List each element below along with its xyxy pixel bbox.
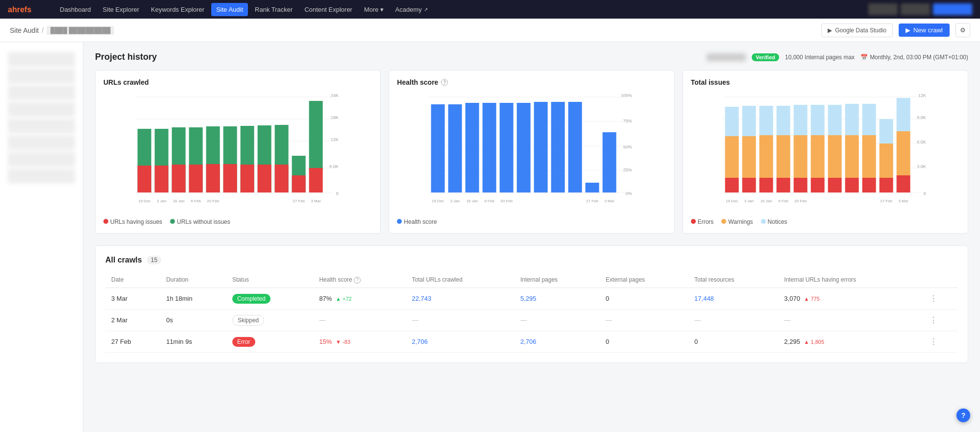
- svg-rect-24: [241, 165, 254, 192]
- svg-text:27 Feb: 27 Feb: [293, 199, 305, 203]
- svg-rect-16: [172, 165, 186, 192]
- breadcrumb-separator: /: [42, 26, 44, 34]
- row2-health-dash: —: [319, 316, 325, 324]
- svg-rect-94: [810, 135, 824, 178]
- legend-issues: URLs having issues: [103, 218, 162, 225]
- main-content: Project history Verified 10,000 Internal…: [0, 42, 980, 432]
- row2-more-button[interactable]: ⋮: [930, 316, 937, 324]
- nav-academy[interactable]: Academy ↗: [391, 3, 433, 16]
- svg-rect-30: [292, 175, 306, 192]
- svg-text:19 Dec: 19 Dec: [138, 199, 150, 203]
- urls-crawled-svg: 24K 18K 12K 6.0K 0: [103, 92, 372, 205]
- svg-text:6 Feb: 6 Feb: [778, 199, 788, 203]
- svg-rect-78: [725, 107, 738, 136]
- urls-crawled-chart-card: URLs crawled 24K 18K 12K 6.0K 0: [95, 70, 381, 234]
- nav-keywords-explorer[interactable]: Keywords Explorer: [146, 3, 209, 16]
- row1-errors-delta: ▲ 775: [804, 296, 820, 302]
- urls-crawled-chart-area: 24K 18K 12K 6.0K 0: [103, 92, 372, 215]
- row1-resources-link[interactable]: 17,448: [694, 295, 714, 302]
- row1-actions: ⋮: [924, 288, 958, 309]
- svg-rect-79: [725, 136, 738, 178]
- settings-button[interactable]: ⚙: [956, 23, 970, 37]
- all-crawls-count: 15: [147, 256, 161, 264]
- row3-more-button[interactable]: ⋮: [930, 337, 937, 346]
- nav-site-explorer[interactable]: Site Explorer: [98, 3, 144, 16]
- breadcrumb-home[interactable]: Site Audit: [10, 26, 39, 34]
- urls-crawled-title: URLs crawled: [103, 78, 372, 86]
- svg-rect-83: [742, 178, 756, 192]
- meta-blurred-domain: [707, 53, 746, 61]
- all-crawls-title: All crawls: [105, 256, 142, 264]
- nav-user-item1[interactable]: [868, 3, 898, 15]
- row1-health-value: 87%: [319, 295, 332, 302]
- health-score-help-icon[interactable]: ?: [441, 79, 448, 86]
- health-score-th-help-icon[interactable]: ?: [354, 277, 361, 284]
- row1-more-button[interactable]: ⋮: [930, 294, 937, 303]
- legend-notices: Notices: [761, 218, 787, 225]
- nav-site-audit[interactable]: Site Audit: [211, 3, 248, 16]
- row3-health-value: 15%: [319, 338, 332, 345]
- svg-rect-99: [845, 104, 858, 135]
- sidebar-blurred-item3: [8, 85, 75, 100]
- svg-text:75%: 75%: [623, 119, 632, 123]
- all-crawls-section: All crawls 15 Date Duration Status Healt…: [95, 245, 968, 363]
- table-row: 3 Mar 1h 18min Completed 87% ▲ +72 22,74…: [105, 288, 958, 309]
- row3-total-urls-link[interactable]: 2,706: [412, 338, 428, 345]
- google-icon: ▶: [828, 27, 832, 34]
- col-internal-pages: Internal pages: [514, 272, 600, 288]
- svg-text:20 Feb: 20 Feb: [501, 199, 513, 203]
- row1-total-urls-link[interactable]: 22,743: [412, 295, 431, 302]
- svg-rect-85: [759, 135, 773, 178]
- health-score-chart-card: Health score ? 100% 75% 50% 25% 0%: [389, 70, 674, 234]
- nav-user-item2[interactable]: [901, 3, 930, 15]
- row2-total-resources: —: [688, 309, 778, 331]
- svg-rect-32: [309, 168, 323, 192]
- row2-external-pages: —: [600, 309, 688, 331]
- svg-rect-93: [810, 105, 824, 135]
- sub-header: Site Audit / ████ ██████████ ▶ Google Da…: [0, 19, 980, 42]
- meta-schedule: 📅 Monthly, 2nd, 03:00 PM (GMT+01:00): [860, 54, 968, 61]
- svg-rect-101: [845, 178, 858, 192]
- row3-status-badge: Error: [232, 337, 255, 347]
- svg-text:3 Jan: 3 Jan: [450, 199, 460, 203]
- row2-status: Skipped: [226, 309, 313, 331]
- svg-text:0%: 0%: [626, 191, 632, 196]
- row1-total-urls: 22,743: [406, 288, 514, 309]
- col-external-pages: External pages: [600, 272, 688, 288]
- nav-user-item3[interactable]: [933, 3, 972, 15]
- ahrefs-logo[interactable]: ahrefs: [8, 4, 47, 15]
- svg-rect-51: [448, 104, 462, 192]
- row2-duration: 0s: [160, 309, 226, 331]
- svg-rect-87: [776, 106, 790, 135]
- svg-text:20 Feb: 20 Feb: [794, 199, 807, 203]
- google-data-studio-button[interactable]: ▶ Google Data Studio: [821, 24, 893, 37]
- svg-rect-20: [206, 164, 220, 192]
- col-actions: [924, 272, 958, 288]
- row2-total-urls: —: [406, 309, 514, 331]
- all-crawls-header: All crawls 15: [105, 256, 958, 264]
- total-issues-chart-area: 12K 9.0K 6.0K 3.0K 0: [691, 92, 960, 215]
- col-total-resources: Total resources: [688, 272, 778, 288]
- gear-icon: ⚙: [960, 26, 966, 34]
- nav-dashboard[interactable]: Dashboard: [55, 3, 96, 16]
- row1-internal-pages-link[interactable]: 5,295: [520, 295, 537, 302]
- nav-user-controls: [868, 3, 972, 15]
- row2-total-urls-dash: —: [412, 316, 418, 324]
- total-issues-legend: Errors Warnings Notices: [691, 218, 960, 225]
- svg-rect-22: [223, 164, 237, 192]
- legend-errors: Errors: [691, 218, 714, 225]
- nav-rank-tracker[interactable]: Rank Tracker: [250, 3, 297, 16]
- help-button[interactable]: ?: [956, 408, 970, 422]
- verified-badge: Verified: [752, 53, 779, 61]
- row1-duration: 1h 18min: [160, 288, 226, 309]
- nav-content-explorer[interactable]: Content Explorer: [299, 3, 357, 16]
- charts-row: URLs crawled 24K 18K 12K 6.0K 0: [95, 70, 968, 234]
- row3-internal-pages-link[interactable]: 2,706: [520, 338, 537, 345]
- svg-text:16 Jan: 16 Jan: [173, 199, 185, 203]
- svg-text:6 Feb: 6 Feb: [485, 199, 495, 203]
- svg-rect-54: [500, 103, 514, 192]
- nav-more[interactable]: More ▾: [359, 3, 389, 16]
- svg-rect-31: [309, 101, 323, 170]
- new-crawl-button[interactable]: ▶ New crawl: [899, 24, 950, 37]
- row3-date: 27 Feb: [105, 331, 160, 352]
